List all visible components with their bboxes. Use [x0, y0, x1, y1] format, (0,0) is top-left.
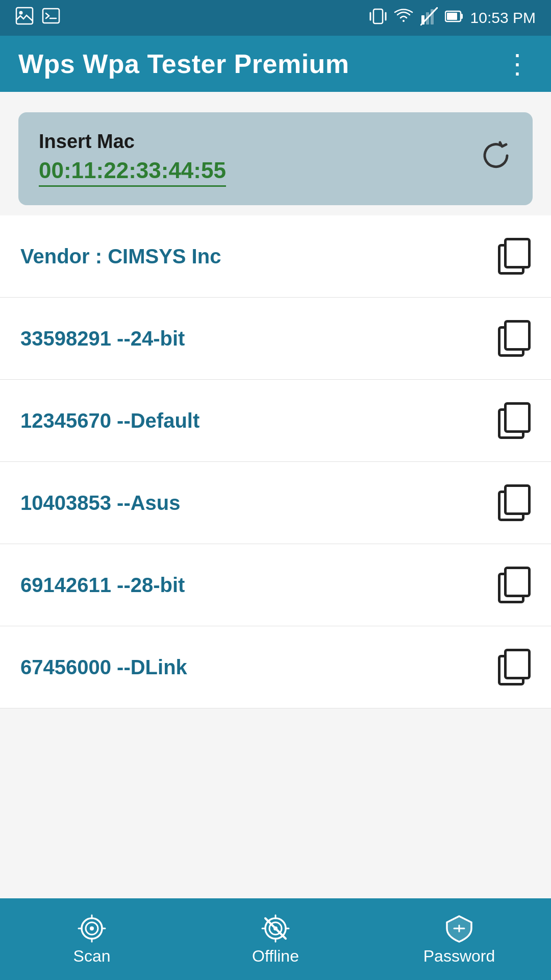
copy-button[interactable] [498, 238, 531, 275]
list-item: 69142611 --28-bit [0, 544, 551, 626]
svg-rect-0 [16, 8, 33, 24]
list-item-text: 33598291 --24-bit [20, 327, 185, 350]
list-item: 67456000 --DLink [0, 626, 551, 708]
nav-label-offline: Offline [252, 947, 299, 966]
battery-icon [445, 9, 463, 27]
status-bar-right-icons: 10:53 PM [369, 6, 536, 30]
app-title: Wps Wpa Tester Premium [18, 48, 349, 79]
copy-button[interactable] [498, 320, 531, 357]
bottom-nav: Scan Offline Password [0, 898, 551, 980]
status-bar: 10:53 PM [0, 0, 551, 36]
menu-button[interactable]: ⋮ [504, 48, 533, 79]
list-item-text: 69142611 --28-bit [20, 574, 185, 597]
main-content: Insert Mac 00:11:22:33:44:55 Vendor : CI… [0, 92, 551, 898]
list-item: Vendor : CIMSYS Inc [0, 215, 551, 298]
svg-rect-12 [447, 13, 457, 20]
copy-button[interactable] [498, 567, 531, 603]
status-bar-left-icons [15, 7, 60, 29]
copy-button[interactable] [498, 402, 531, 439]
list-item-text: Vendor : CIMSYS Inc [20, 245, 221, 268]
app-bar: Wps Wpa Tester Premium ⋮ [0, 36, 551, 92]
nav-item-password[interactable]: Password [367, 913, 551, 966]
refresh-button[interactable] [480, 139, 512, 179]
vibrate-icon [369, 6, 387, 30]
mac-input-area[interactable]: Insert Mac 00:11:22:33:44:55 [39, 131, 480, 187]
time-display: 10:53 PM [470, 9, 536, 27]
nav-item-scan[interactable]: Scan [0, 913, 184, 966]
svg-rect-2 [43, 9, 59, 23]
list-item: 33598291 --24-bit [0, 298, 551, 380]
copy-button[interactable] [498, 484, 531, 521]
svg-rect-4 [373, 9, 383, 23]
nav-label-scan: Scan [73, 947, 111, 966]
offline-icon [260, 913, 291, 944]
mac-label: Insert Mac [39, 131, 480, 153]
list-item-text: 12345670 --Default [20, 409, 199, 432]
copy-icon-front [504, 649, 531, 679]
nav-label-password: Password [423, 947, 495, 966]
svg-rect-13 [461, 14, 463, 19]
nav-item-offline[interactable]: Offline [184, 913, 367, 966]
gallery-icon [15, 7, 34, 29]
list-item-text: 10403853 --Asus [20, 492, 181, 514]
copy-button[interactable] [498, 649, 531, 685]
password-icon [444, 913, 474, 944]
list-item: 10403853 --Asus [0, 462, 551, 544]
mac-value: 00:11:22:33:44:55 [39, 158, 226, 187]
copy-icon-front [504, 238, 531, 268]
list-item: 12345670 --Default [0, 380, 551, 462]
copy-icon-front [504, 567, 531, 597]
copy-icon-front [504, 484, 531, 515]
copy-icon-front [504, 402, 531, 433]
wifi-icon [394, 9, 413, 28]
terminal-icon [42, 7, 60, 29]
mac-input-card: Insert Mac 00:11:22:33:44:55 [18, 112, 533, 205]
scan-icon [77, 913, 107, 944]
pin-list: Vendor : CIMSYS Inc 33598291 --24-bit 12… [0, 215, 551, 708]
svg-point-1 [19, 11, 23, 15]
svg-point-16 [90, 926, 94, 930]
signal-blocked-icon [420, 7, 438, 29]
list-item-text: 67456000 --DLink [20, 656, 187, 679]
copy-icon-front [504, 320, 531, 351]
